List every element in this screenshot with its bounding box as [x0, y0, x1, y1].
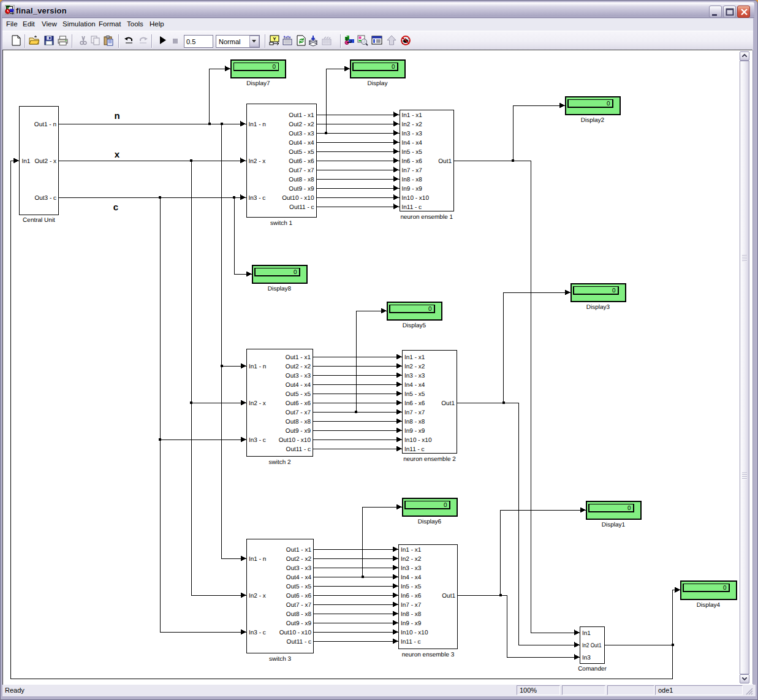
svg-text:In4 - x4: In4 - x4 [402, 140, 423, 146]
svg-text:Out1 - x1: Out1 - x1 [289, 112, 314, 119]
svg-text:0: 0 [627, 505, 631, 512]
svg-text:Out7 - x7: Out7 - x7 [286, 409, 311, 416]
svg-text:In3 - x3: In3 - x3 [404, 373, 425, 379]
svg-text:Out8 - x8: Out8 - x8 [286, 419, 311, 425]
svg-text:Normal: Normal [219, 38, 240, 45]
svg-text:In1 - x1: In1 - x1 [401, 547, 422, 554]
svg-text:Display5: Display5 [403, 322, 426, 329]
svg-text:In1 - n: In1 - n [249, 556, 266, 563]
svg-text:0: 0 [723, 585, 727, 592]
svg-text:Out8 - x8: Out8 - x8 [286, 611, 312, 618]
svg-text:In8 - x8: In8 - x8 [404, 419, 425, 425]
svg-text:Out1: Out1 [438, 158, 452, 165]
svg-text:In5 - x5: In5 - x5 [404, 391, 425, 398]
svg-text:Out4 - x4: Out4 - x4 [289, 140, 314, 146]
svg-text:Out7 - x7: Out7 - x7 [286, 602, 312, 609]
svg-text:Out11 - c: Out11 - c [287, 639, 311, 645]
svg-text:In2 - x: In2 - x [249, 158, 266, 165]
svg-text:In6 - x6: In6 - x6 [404, 400, 425, 407]
svg-text:0: 0 [612, 287, 616, 294]
svg-text:Display2: Display2 [581, 117, 605, 124]
svg-text:Central Unit: Central Unit [23, 217, 55, 224]
svg-text:Display1: Display1 [602, 522, 626, 528]
svg-text:0: 0 [272, 64, 276, 70]
svg-text:Out2 - x2: Out2 - x2 [286, 363, 311, 370]
svg-text:In6 - x6: In6 - x6 [402, 158, 423, 165]
svg-text:In2 Out1: In2 Out1 [582, 642, 602, 649]
svg-text:In9 - x9: In9 - x9 [401, 620, 422, 627]
svg-text:Display7: Display7 [246, 80, 270, 87]
svg-text:Out7 - x7: Out7 - x7 [289, 167, 314, 174]
svg-text:Out11 - c: Out11 - c [286, 446, 311, 453]
svg-text:Out10 - x10: Out10 - x10 [279, 630, 312, 636]
svg-text:In2 - x2: In2 - x2 [402, 121, 423, 128]
svg-text:In7 - x7: In7 - x7 [402, 167, 423, 174]
svg-text:In8 - x8: In8 - x8 [402, 177, 423, 183]
svg-text:Out6 - x6: Out6 - x6 [286, 593, 312, 599]
svg-text:0: 0 [392, 64, 395, 70]
svg-text:In4 - x4: In4 - x4 [404, 382, 425, 389]
svg-text:In1 - n: In1 - n [249, 363, 266, 370]
svg-text:Out10 - x10: Out10 - x10 [279, 437, 311, 444]
svg-text:Display8: Display8 [268, 286, 292, 292]
svg-text:In11 - c: In11 - c [401, 639, 421, 645]
svg-text:In9 - x9: In9 - x9 [402, 186, 423, 192]
svg-text:Out10 - x10: Out10 - x10 [282, 195, 314, 202]
svg-text:In10 - x10: In10 - x10 [402, 195, 430, 202]
svg-text:0: 0 [428, 306, 432, 313]
svg-text:In11 - c: In11 - c [402, 204, 422, 211]
svg-text:In8 - x8: In8 - x8 [401, 611, 422, 618]
svg-text:In5 - x5: In5 - x5 [402, 149, 423, 156]
svg-text:In3 - c: In3 - c [249, 630, 266, 636]
svg-text:Display3: Display3 [586, 304, 610, 311]
svg-text:switch 1: switch 1 [270, 220, 293, 227]
svg-text:0.5: 0.5 [186, 38, 195, 45]
svg-text:In9 - x9: In9 - x9 [404, 428, 425, 435]
svg-text:Out5 - x5: Out5 - x5 [286, 391, 311, 398]
svg-text:In3 - x3: In3 - x3 [402, 131, 423, 137]
svg-text:In1: In1 [582, 630, 591, 637]
svg-text:Out1: Out1 [442, 593, 455, 599]
svg-text:Out11 - c: Out11 - c [289, 204, 314, 211]
svg-text:Out3 - x3: Out3 - x3 [289, 131, 314, 137]
svg-text:In2 - x: In2 - x [249, 593, 266, 599]
svg-text:In3 - x3: In3 - x3 [401, 565, 422, 572]
svg-text:switch 2: switch 2 [268, 459, 291, 466]
svg-text:In1 - x1: In1 - x1 [402, 112, 423, 119]
svg-text:In5 - x5: In5 - x5 [401, 584, 422, 590]
svg-text:Out1: Out1 [441, 400, 455, 407]
svg-text:Out1 - n: Out1 - n [34, 121, 56, 128]
svg-text:In7 - x7: In7 - x7 [401, 602, 422, 609]
svg-text:Out6 - x6: Out6 - x6 [286, 400, 311, 407]
svg-text:In11 - c: In11 - c [404, 446, 425, 453]
svg-text:In1 - x1: In1 - x1 [404, 354, 425, 361]
svg-text:In1: In1 [22, 158, 31, 165]
svg-text:neuron ensemble 3: neuron ensemble 3 [402, 652, 455, 658]
svg-text:In2 - x2: In2 - x2 [401, 556, 422, 563]
svg-text:Out1 - x1: Out1 - x1 [286, 354, 311, 361]
svg-text:Out4 - x4: Out4 - x4 [286, 382, 311, 389]
svg-text:Comander: Comander [578, 666, 607, 672]
svg-text:Out2 - x: Out2 - x [34, 158, 56, 165]
svg-text:Out8 - x8: Out8 - x8 [289, 177, 314, 183]
svg-text:Out6 - x6: Out6 - x6 [289, 158, 314, 165]
svg-text:0: 0 [607, 101, 610, 107]
svg-text:Out9 - x9: Out9 - x9 [286, 428, 311, 435]
svg-text:neuron ensemble 1: neuron ensemble 1 [400, 214, 453, 221]
svg-text:Out3 - x3: Out3 - x3 [286, 373, 311, 379]
svg-text:In2 - x2: In2 - x2 [404, 363, 425, 370]
svg-text:0: 0 [444, 502, 447, 509]
svg-text:In2 - x: In2 - x [249, 400, 266, 407]
svg-text:Out1 - x1: Out1 - x1 [286, 547, 312, 554]
svg-text:neuron ensemble 2: neuron ensemble 2 [403, 456, 456, 463]
svg-text:Out5 - x5: Out5 - x5 [286, 584, 312, 590]
svg-text:Out3 - x3: Out3 - x3 [286, 565, 312, 572]
svg-text:Out3 - c: Out3 - c [34, 195, 56, 202]
svg-text:In10 - x10: In10 - x10 [401, 630, 428, 636]
svg-text:c: c [113, 202, 118, 213]
svg-text:Y: Y [273, 36, 276, 42]
svg-text:In6 - x6: In6 - x6 [401, 593, 422, 599]
svg-text:n: n [114, 111, 119, 121]
svg-text:switch 3: switch 3 [269, 656, 292, 663]
svg-text:In10 - x10: In10 - x10 [404, 437, 432, 444]
